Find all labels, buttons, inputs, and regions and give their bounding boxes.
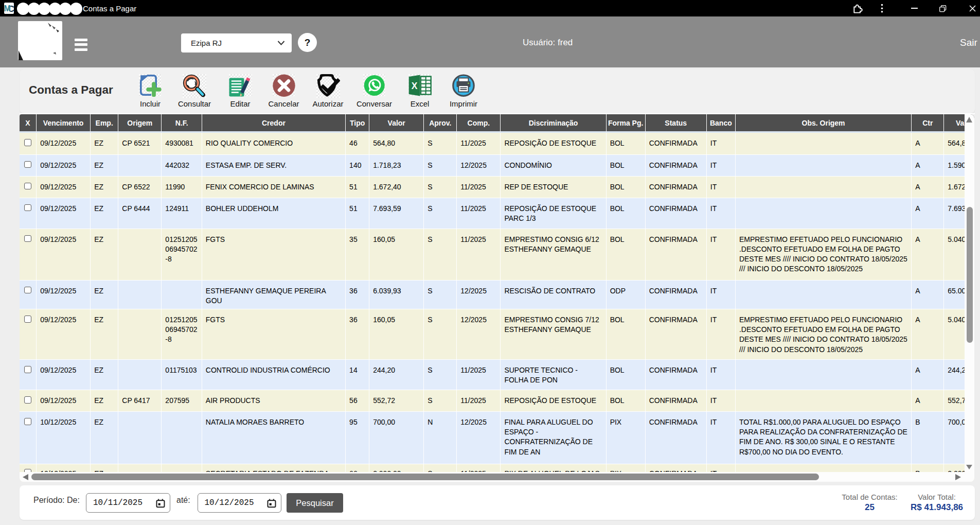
svg-text:X: X: [411, 81, 417, 91]
svg-text:M: M: [4, 4, 11, 13]
